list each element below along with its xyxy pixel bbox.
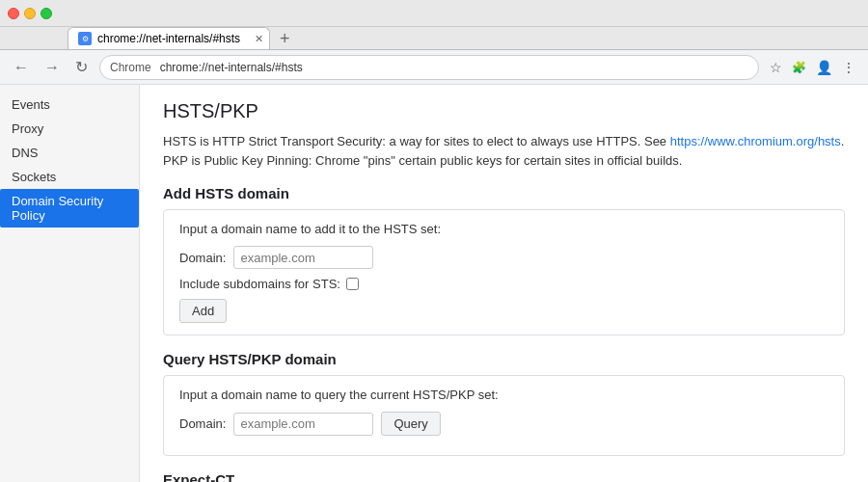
sidebar-item-dns[interactable]: DNS [0,141,139,165]
tab-favicon: ⚙ [78,32,92,45]
sidebar-item-sockets[interactable]: Sockets [0,165,139,189]
profile-icon[interactable]: 👤 [813,57,835,78]
extension-icon[interactable]: 🧩 [789,58,809,77]
query-domain-input[interactable] [233,413,373,436]
reload-button[interactable]: ↻ [71,56,92,78]
query-domain-row: Domain: Query [179,412,828,436]
add-hsts-domain-input[interactable] [233,246,373,269]
back-button[interactable]: ← [10,57,33,78]
subdomain-row: Include subdomains for STS: [179,277,828,291]
omnibar: ← → ↻ Chrome chrome://net-internals/#hst… [0,50,868,85]
tab-bar: ⚙ chrome://net-internals/#hsts ✕ + [0,27,868,50]
title-bar [0,0,868,27]
active-tab[interactable]: ⚙ chrome://net-internals/#hsts ✕ [68,27,270,49]
menu-icon[interactable]: ⋮ [839,57,858,78]
star-icon[interactable]: ☆ [767,57,785,78]
new-tab-button[interactable]: + [274,29,296,49]
query-button[interactable]: Query [381,412,440,436]
content-area: HSTS/PKP HSTS is HTTP Strict Transport S… [140,85,868,482]
main-layout: Events Proxy DNS Sockets Domain Security… [0,85,868,482]
address-text: chrome://net-internals/#hsts [160,61,303,74]
expect-ct-section: Expect-CT Expect-CT allows sites to elec… [163,471,845,482]
traffic-lights [8,8,52,19]
query-hsts-desc: Input a domain name to query the current… [179,388,828,402]
forward-button[interactable]: → [41,57,64,78]
query-domain-label: Domain: [179,416,226,431]
query-hsts-title: Query HSTS/PKP domain [163,351,845,367]
page-title: HSTS/PKP [163,100,845,122]
add-hsts-title: Add HSTS domain [163,185,845,201]
close-button[interactable] [8,8,19,19]
sidebar-item-proxy[interactable]: Proxy [0,117,139,141]
add-hsts-desc: Input a domain name to add it to the HST… [179,222,828,236]
minimize-button[interactable] [24,8,36,19]
address-bar[interactable]: Chrome chrome://net-internals/#hsts [99,55,759,80]
add-hsts-button[interactable]: Add [179,299,227,323]
sidebar-item-domain-security[interactable]: Domain Security Policy [0,189,139,228]
chromium-hsts-link[interactable]: https://www.chromium.org/hsts [670,134,841,148]
maximize-button[interactable] [41,8,52,19]
sidebar-item-events[interactable]: Events [0,93,139,117]
query-hsts-card: Input a domain name to query the current… [163,375,845,456]
tab-label: chrome://net-internals/#hsts [97,32,240,45]
hsts-intro: HSTS is HTTP Strict Transport Security: … [163,132,845,170]
omnibar-icons: ☆ 🧩 👤 ⋮ [767,57,858,78]
add-hsts-domain-label: Domain: [179,251,226,265]
expect-ct-title: Expect-CT [163,471,845,482]
sidebar: Events Proxy DNS Sockets Domain Security… [0,85,140,482]
intro-text-1: HSTS is HTTP Strict Transport Security: … [163,134,670,148]
address-prefix: Chrome [110,61,151,74]
add-hsts-card: Input a domain name to add it to the HST… [163,209,845,335]
tab-close-icon[interactable]: ✕ [255,33,263,45]
subdomain-checkbox[interactable] [346,278,359,290]
add-hsts-domain-row: Domain: [179,246,828,269]
subdomain-label: Include subdomains for STS: [179,277,340,291]
